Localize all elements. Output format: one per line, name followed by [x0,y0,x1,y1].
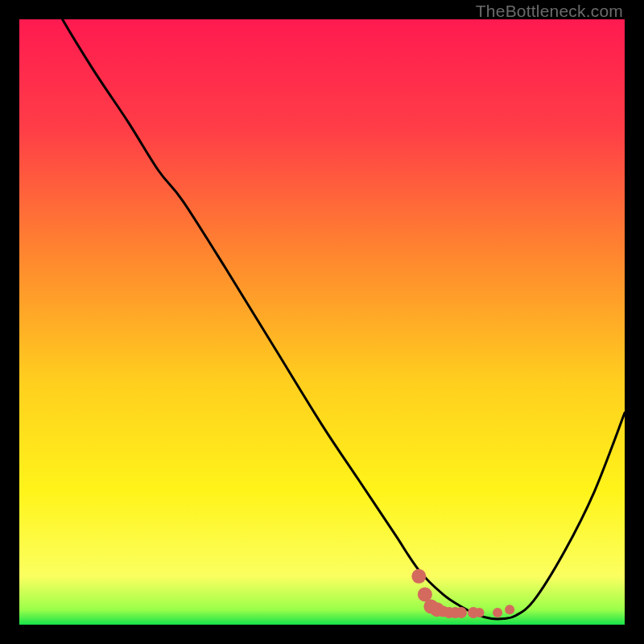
marker-dot [493,608,502,617]
chart-frame [19,19,625,625]
marker-dot [456,607,467,618]
gradient-background [19,19,625,625]
watermark-label: TheBottleneck.com [476,2,623,21]
marker-dot [505,605,514,614]
marker-dot [475,608,485,617]
bottleneck-chart [19,19,625,625]
marker-dot [411,569,426,584]
